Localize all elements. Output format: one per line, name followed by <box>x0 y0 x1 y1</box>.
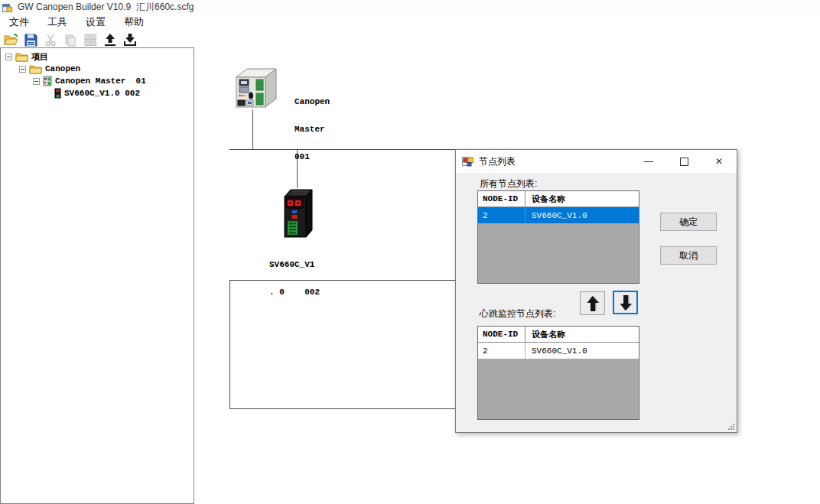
device-name-cell: SV660C_V1.0 <box>526 207 639 223</box>
tree-item-sv660c[interactable]: SV660C_V1.0 002 <box>1 87 194 99</box>
menu-file[interactable]: 文件 <box>0 13 38 31</box>
dialog-app-icon <box>462 156 473 167</box>
collapse-expander-icon[interactable] <box>5 54 12 60</box>
dialog-title: 节点列表 <box>479 155 516 168</box>
maximize-icon[interactable] <box>666 150 701 173</box>
toolbar <box>0 31 820 49</box>
table-row[interactable]: 2 SV660C_V1.0 <box>478 207 639 223</box>
master-drop-line <box>252 109 253 149</box>
sv660c-device[interactable] <box>280 187 315 243</box>
menu-tools[interactable]: 工具 <box>38 13 76 31</box>
folder-icon <box>15 52 28 62</box>
app-title: GW Canopen Builder V10.9 <box>18 2 131 12</box>
tree-item-canopen-master[interactable]: Canopen Master 01 <box>1 75 194 87</box>
project-tree-panel: 项目 Canopen Canopen Master 01 SV660C_V1.0… <box>0 47 194 504</box>
column-header-node-id: NODE-ID <box>478 327 526 342</box>
column-header-device-name: 设备名称 <box>526 327 639 342</box>
open-file-name: 汇川660c.scfg <box>136 1 194 14</box>
tree-item-label: Canopen Master 01 <box>55 76 146 86</box>
device-name-cell: SV660C_V1.0 <box>526 343 639 359</box>
master-device-label: Canopen Master 001 <box>294 79 330 171</box>
dialog-titlebar[interactable]: 节点列表 — ✕ <box>456 150 737 173</box>
cancel-button[interactable]: 取消 <box>660 246 717 265</box>
tree-item-label: Canopen <box>45 64 80 73</box>
node-id-cell: 2 <box>478 207 526 223</box>
arrow-down-icon <box>617 294 634 312</box>
collapse-expander-icon[interactable] <box>33 78 40 85</box>
heartbeat-nodes-table[interactable]: NODE-ID 设备名称 2 SV660C_V1.0 <box>477 326 639 420</box>
download-icon[interactable] <box>122 32 138 48</box>
folder-icon <box>29 64 42 74</box>
arrow-up-icon <box>584 294 601 313</box>
menu-help[interactable]: 帮助 <box>115 13 153 31</box>
upload-icon[interactable] <box>102 32 119 48</box>
all-nodes-label: 所有节点列表: <box>480 177 537 190</box>
open-folder-icon[interactable] <box>2 32 19 48</box>
cut-icon <box>42 32 59 48</box>
app-window: { "titlebar": { "app_title": "GW Canopen… <box>0 0 820 504</box>
heartbeat-nodes-label: 心跳监控节点列表: <box>480 307 555 320</box>
menu-settings[interactable]: 设置 <box>76 13 115 31</box>
app-window-icon <box>2 2 12 12</box>
plc-device-icon <box>43 76 52 86</box>
tree-item-label: SV660C_V1.0 002 <box>64 89 140 98</box>
heartbeat-table-header: NODE-ID 设备名称 <box>478 327 639 343</box>
copy-icon <box>62 32 79 48</box>
sv660c-device-label: SV660C_V1 . 0 002 <box>269 242 320 306</box>
dialog-window-controls: — ✕ <box>631 150 737 173</box>
tree-item-canopen[interactable]: Canopen <box>1 63 194 75</box>
canopen-master-device[interactable] <box>230 65 278 114</box>
window-titlebar: GW Canopen Builder V10.9 汇川660c.scfg <box>0 0 820 14</box>
column-header-node-id: NODE-ID <box>478 191 526 206</box>
all-nodes-table[interactable]: NODE-ID 设备名称 2 SV660C_V1.0 <box>477 190 639 284</box>
minimize-icon[interactable]: — <box>631 150 666 173</box>
paste-icon <box>82 32 99 48</box>
tree-item-project[interactable]: 项目 <box>1 50 194 63</box>
all-nodes-table-header: NODE-ID 设备名称 <box>478 191 639 207</box>
servo-device-icon <box>54 88 61 99</box>
save-icon[interactable] <box>22 32 39 48</box>
menu-bar: 文件 工具 设置 帮助 <box>0 14 820 31</box>
table-row[interactable]: 2 SV660C_V1.0 <box>478 343 639 359</box>
move-up-button[interactable] <box>580 291 605 315</box>
node-id-cell: 2 <box>478 343 526 359</box>
column-header-device-name: 设备名称 <box>526 191 639 206</box>
collapse-expander-icon[interactable] <box>19 66 26 73</box>
tree-item-label: 项目 <box>31 51 48 63</box>
node-list-dialog: 节点列表 — ✕ 所有节点列表: NODE-ID 设备名称 2 SV660C_V… <box>455 149 737 433</box>
close-icon[interactable]: ✕ <box>701 150 737 173</box>
ok-button[interactable]: 确定 <box>660 213 717 231</box>
resize-grip[interactable] <box>727 423 735 431</box>
move-down-button[interactable] <box>613 291 638 314</box>
